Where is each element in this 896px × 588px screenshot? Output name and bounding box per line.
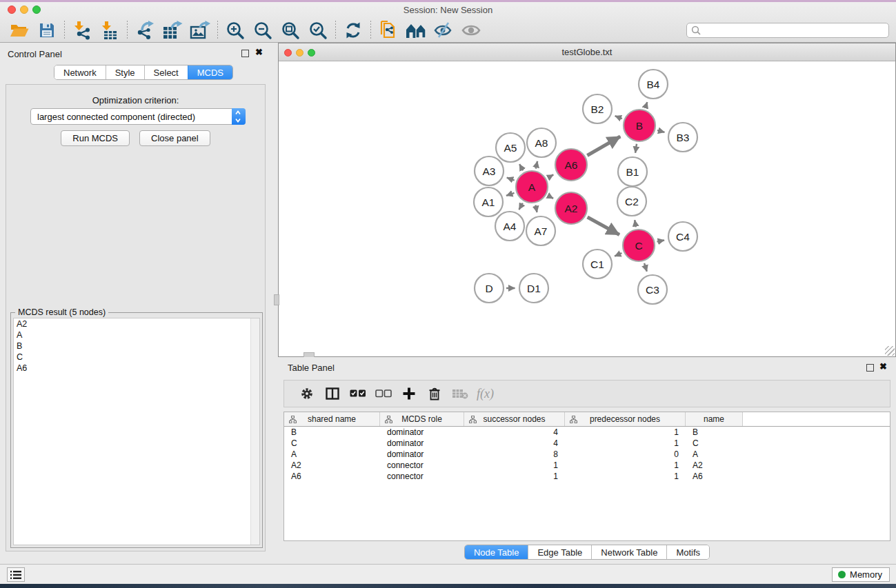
table-cell[interactable]: dominator (380, 438, 464, 448)
table-cell[interactable]: dominator (380, 449, 464, 459)
result-item[interactable]: C (14, 352, 259, 363)
network-canvas[interactable]: B4B2BB3A8A5A6A3B1AA1C2A2A4A7C4CC1C3DD1 (279, 61, 895, 356)
vertical-splitter-handle[interactable] (274, 294, 279, 305)
table-cell[interactable]: B (686, 427, 743, 437)
graph-edge-B-B3[interactable] (657, 130, 664, 132)
save-session-button[interactable] (33, 19, 61, 41)
column-header-successor-nodes[interactable]: successor nodes (464, 412, 565, 426)
tab-node-table[interactable]: Node Table (465, 545, 528, 559)
run-mcds-button[interactable]: Run MCDS (61, 130, 130, 146)
close-panel-icon[interactable]: ✖ (255, 47, 263, 58)
graph-edge-C-C2[interactable] (635, 220, 636, 227)
create-column-button[interactable] (396, 387, 421, 401)
export-network-button[interactable] (131, 19, 159, 41)
delete-table-button[interactable] (447, 388, 472, 399)
table-cell[interactable]: 8 (464, 449, 565, 459)
zoom-selected-button[interactable] (304, 19, 332, 41)
table-cell[interactable]: A6 (686, 472, 743, 481)
close-panel-button[interactable]: Close panel (139, 130, 210, 146)
export-table-button[interactable] (159, 19, 186, 41)
table-settings-button[interactable] (294, 387, 319, 401)
table-cell[interactable]: C (686, 438, 743, 448)
show-log-console-button[interactable] (7, 567, 25, 582)
zoom-out-button[interactable] (249, 19, 277, 41)
graph-edge-A-A7[interactable] (535, 205, 537, 212)
show-all-button[interactable] (457, 19, 485, 41)
float-table-panel-icon[interactable] (866, 364, 874, 372)
show-column-panel-button[interactable] (319, 387, 345, 400)
titlebar[interactable]: Session: New Session (0, 2, 896, 17)
table-cell[interactable]: C (284, 438, 380, 448)
export-image-button[interactable] (186, 19, 214, 41)
table-cell[interactable]: B (284, 427, 380, 437)
delete-column-button[interactable] (421, 387, 447, 401)
zoom-fit-button[interactable] (277, 19, 304, 41)
table-cell[interactable]: 1 (565, 472, 686, 481)
criterion-dropdown[interactable]: largest connected component (directed) (30, 108, 246, 125)
table-cell[interactable]: A2 (284, 460, 380, 470)
new-network-from-selection-button[interactable] (375, 19, 402, 41)
tab-select[interactable]: Select (144, 65, 188, 79)
graph-edge-A-A6[interactable] (548, 174, 554, 177)
table-cell[interactable]: A (686, 449, 743, 459)
column-header-name[interactable]: name (686, 412, 743, 426)
memory-button[interactable]: Memory (832, 567, 890, 582)
graph-edge-A2-C[interactable] (588, 217, 619, 235)
table-cell[interactable]: A6 (284, 472, 380, 481)
result-item[interactable]: A (14, 330, 259, 341)
graph-edge-A-A8[interactable] (536, 161, 537, 169)
table-row[interactable]: A6connector11A6 (284, 471, 890, 482)
graph-edge-A-A1[interactable] (506, 193, 515, 196)
search-input[interactable] (686, 23, 889, 38)
table-cell[interactable]: 1 (464, 472, 565, 481)
result-item[interactable]: A2 (14, 318, 259, 330)
zoom-in-button[interactable] (221, 19, 249, 41)
table-cell[interactable]: 0 (565, 449, 686, 459)
open-session-button[interactable] (6, 19, 33, 41)
network-window-titlebar[interactable]: testGlobe.txt (279, 43, 895, 61)
tab-network-table[interactable]: Network Table (591, 545, 666, 559)
graph-edge-B-B4[interactable] (646, 102, 648, 108)
result-scrollbar[interactable] (250, 318, 259, 545)
graph-edge-A-A3[interactable] (507, 178, 515, 181)
tab-edge-table[interactable]: Edge Table (528, 545, 591, 559)
hide-selected-button[interactable] (430, 19, 457, 41)
tab-style[interactable]: Style (106, 65, 144, 79)
table-cell[interactable]: 4 (464, 427, 565, 437)
select-all-columns-button[interactable] (345, 389, 370, 398)
graph-edge-C-C4[interactable] (657, 240, 664, 241)
graph-edge-C-C3[interactable] (644, 263, 647, 272)
graph-edge-B-B1[interactable] (635, 144, 637, 153)
table-row[interactable]: Bdominator41B (284, 427, 890, 438)
column-header-mcds-role[interactable]: MCDS role (380, 412, 464, 426)
import-table-button[interactable] (96, 19, 123, 41)
table-row[interactable]: A2connector11A2 (284, 460, 890, 471)
table-row[interactable]: Cdominator41C (284, 438, 890, 449)
graph-edge-A-A2[interactable] (548, 196, 553, 199)
tab-network[interactable]: Network (54, 65, 106, 79)
table-cell[interactable]: 4 (464, 438, 565, 448)
mcds-result-list[interactable]: A2ABCA6 (13, 318, 260, 545)
deselect-all-columns-button[interactable] (370, 389, 396, 398)
function-builder-button[interactable]: f(x) (477, 387, 494, 401)
first-neighbors-button[interactable] (402, 19, 430, 41)
result-item[interactable]: A6 (14, 363, 259, 374)
refresh-layout-button[interactable] (339, 19, 367, 41)
close-table-panel-icon[interactable]: ✖ (879, 361, 887, 372)
graph-edge-B-B2[interactable] (615, 116, 622, 119)
table-cell[interactable]: connector (380, 472, 464, 481)
table-cell[interactable]: 1 (565, 438, 686, 448)
table-cell[interactable]: 1 (464, 460, 565, 470)
graph-edge-A-A4[interactable] (519, 203, 522, 210)
table-row[interactable]: Adominator80A (284, 449, 890, 460)
graph-edge-C-C1[interactable] (615, 253, 621, 256)
table-cell[interactable]: A (284, 449, 380, 459)
column-header-predecessor-nodes[interactable]: predecessor nodes (565, 412, 686, 426)
tab-mcds[interactable]: MCDS (188, 65, 232, 79)
import-network-button[interactable] (68, 19, 96, 41)
resize-grip-icon[interactable] (885, 346, 895, 356)
graph-edge-A6-B[interactable] (587, 136, 620, 156)
table-cell[interactable]: connector (380, 460, 464, 470)
table-cell[interactable]: A2 (686, 460, 743, 470)
table-cell[interactable]: dominator (380, 427, 464, 437)
